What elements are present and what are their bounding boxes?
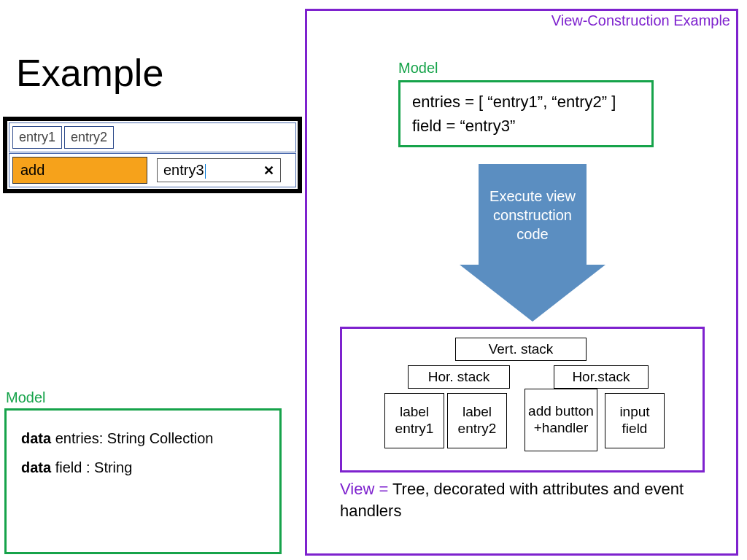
entries-row: entry1 entry2 (9, 122, 296, 152)
input-value: entry3 (163, 162, 204, 178)
view-tree-box: Vert. stack Hor. stack Hor.stack label e… (340, 327, 705, 472)
tree-leaf-input: input field (605, 393, 665, 448)
model-instance-box: entries = [ “entry1”, “entry2” ] field =… (398, 80, 654, 147)
clear-icon[interactable]: ✕ (263, 163, 274, 179)
page-title: Example (16, 51, 163, 95)
model-definition-box: data entries: String Collection data fie… (4, 408, 282, 554)
controls-row: add entry3 ✕ (9, 153, 296, 187)
view-caption: View = Tree, decorated with attributes a… (340, 478, 747, 521)
text-cursor (205, 164, 206, 179)
arrow-head-icon (460, 265, 605, 322)
model-header-left: Model (6, 389, 45, 406)
add-button[interactable]: add (12, 157, 147, 184)
model-header-right: Model (398, 60, 438, 77)
tree-leaf-addbtn: add button +handler (525, 389, 597, 451)
tree-hor1: Hor. stack (408, 365, 510, 389)
panel-title: View-Construction Example (551, 12, 730, 29)
entry-pill: entry1 (12, 126, 62, 149)
entry-pill: entry2 (64, 126, 114, 149)
tree-root: Vert. stack (455, 338, 587, 361)
execute-arrow: Execute view construction code (467, 164, 598, 324)
arrow-label: Execute view construction code (479, 164, 587, 266)
entry-input[interactable]: entry3 ✕ (157, 158, 281, 182)
tree-leaf-label1: label entry1 (384, 393, 444, 448)
tree-hor2: Hor.stack (554, 365, 649, 389)
example-widget: entry1 entry2 add entry3 ✕ (3, 117, 302, 193)
tree-leaf-label2: label entry2 (447, 393, 507, 448)
